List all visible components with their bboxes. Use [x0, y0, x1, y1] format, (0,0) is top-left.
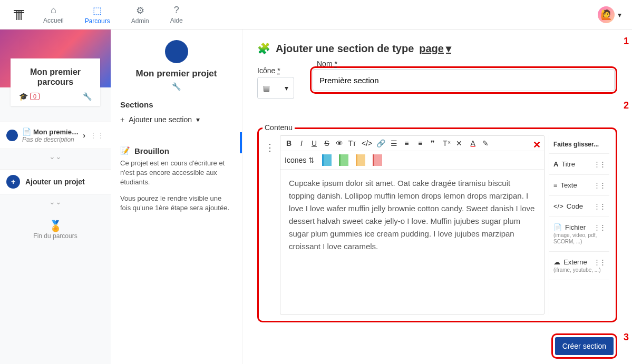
nav-admin[interactable]: ⚙ Admin [131, 5, 149, 25]
expand-down-icon[interactable]: ⌄⌄ [0, 149, 111, 164]
trophy-icon: 🏅 [0, 220, 111, 232]
count-badge: 0 [30, 93, 40, 100]
widget-fichier[interactable]: 📄Fichier ⋮⋮ (image, video, pdf, SCORM, .… [549, 217, 609, 252]
color-swatch-red[interactable] [373, 154, 382, 166]
parcours-card-footer: 🎓 0 🔧 [17, 92, 94, 101]
nav-items: ⌂ Accueil ⬚ Parcours ⚙ Admin ? Aide [43, 5, 183, 25]
eye-slash-icon[interactable]: 👁 [335, 139, 344, 147]
editor-remove-button[interactable]: ✕ [529, 137, 545, 153]
italic-button[interactable]: I [297, 139, 306, 147]
section-type-dropdown[interactable]: page ▾ [419, 42, 451, 55]
icones-label: Icones [285, 156, 306, 164]
icones-dropdown[interactable]: Icones ⇅ [285, 156, 315, 164]
home-icon: ⌂ [51, 5, 56, 16]
widgets-header: Faites glisser... [549, 135, 609, 154]
strike-button[interactable]: S [323, 139, 331, 147]
grip-icon: ⋮⋮ [594, 202, 605, 210]
header-prefix: Ajouter une section de type [276, 43, 414, 55]
widget-label: Externe [563, 258, 587, 266]
code-button[interactable]: </> [362, 139, 372, 147]
widget-label: Texte [561, 181, 577, 189]
user-menu[interactable]: 🙋 ▾ [598, 6, 621, 23]
editor-content[interactable]: Cupcake ipsum dolor sit amet. Oat cake d… [280, 170, 544, 314]
sidebar-parcours: Mon premier parcours 🎓 0 🔧 📄 Mon premier… [0, 29, 111, 364]
required-star: * [277, 66, 280, 75]
nav-label: Parcours [85, 17, 110, 25]
gears-icon: ⚙ [136, 5, 144, 16]
grip-icon: ⋮⋮ [594, 258, 605, 266]
app-logo[interactable] [11, 6, 27, 23]
nav-parcours[interactable]: ⬚ Parcours [85, 5, 110, 25]
plus-circle-icon: + [6, 175, 20, 189]
widget-label: Titre [561, 160, 575, 168]
grip-icon: ⋮⋮ [594, 181, 605, 189]
nav-label: Admin [131, 17, 149, 25]
align-button[interactable]: ≡ [416, 139, 424, 147]
question-icon: ? [174, 5, 179, 16]
expand-down-icon[interactable]: ⌄⌄ [0, 194, 111, 209]
project-settings-button[interactable]: 🔧 [120, 82, 232, 91]
caret-down-icon: ▾ [196, 115, 200, 124]
chevron-down-icon: ▾ [618, 11, 621, 19]
sections-heading: Sections [120, 100, 232, 109]
project-text: 📄 Mon premier pro... Pas de description [22, 127, 79, 143]
active-indicator [240, 132, 242, 153]
editor-toolbar: B I U S 👁 Tт </> 🔗 ☰ ≡ ≡ [280, 136, 544, 151]
widget-code[interactable]: </>Code ⋮⋮ [549, 196, 609, 217]
code-icon: </> [553, 202, 563, 210]
widget-titre[interactable]: ATitre ⋮⋮ [549, 154, 609, 175]
bold-button[interactable]: B [285, 139, 293, 147]
drag-grip-icon[interactable]: ⋮⋮ [90, 131, 104, 140]
brouillon-text-1: Ce projet est en cours d'écriture et n'e… [120, 159, 232, 188]
clear-format-button[interactable]: ✕ [455, 139, 463, 147]
text-icon: ≡ [553, 181, 558, 189]
logo-icon [12, 7, 26, 22]
nav-aide[interactable]: ? Aide [170, 5, 183, 25]
add-section-button[interactable]: + Ajouter une section ▾ [120, 113, 232, 131]
create-section-button[interactable]: Créer section [555, 337, 614, 355]
required-star: * [334, 60, 337, 68]
superscript-button[interactable]: Tˣ [442, 139, 451, 147]
nav-label: Accueil [43, 17, 64, 24]
content-highlight-box: ⋮ ✕ B I U S 👁 Tт </> 🔗 ☰ [257, 127, 617, 322]
topbar-left: ⌂ Accueil ⬚ Parcours ⚙ Admin ? Aide [11, 5, 183, 25]
caret-down-icon: ▾ [446, 42, 451, 55]
link-button[interactable]: 🔗 [376, 139, 385, 147]
color-swatch-blue[interactable] [322, 154, 332, 166]
icon-select[interactable]: ▤ ▾ [257, 77, 294, 99]
color-swatch-orange[interactable] [356, 154, 365, 166]
book-icon: ▤ [263, 84, 270, 92]
project-row[interactable]: 📄 Mon premier pro... Pas de description … [0, 122, 111, 149]
content-label: Contenu [262, 123, 295, 132]
list-ul-button[interactable]: ☰ [390, 139, 398, 147]
brouillon-text-2: Vous pourez le rendre visible une fois q… [120, 194, 232, 213]
font-size-button[interactable]: Tт [348, 139, 356, 147]
sort-icon: ⇅ [308, 156, 315, 164]
add-project-button[interactable]: + Ajouter un projet [0, 169, 111, 194]
rich-text-editor: ✕ B I U S 👁 Tт </> 🔗 ☰ ≡ [280, 135, 545, 314]
editor-drag-handle[interactable]: ⋮ [265, 135, 276, 314]
nav-accueil[interactable]: ⌂ Accueil [43, 5, 64, 25]
text-color-button[interactable]: A [469, 139, 477, 147]
annotation-3: 3 [624, 332, 629, 343]
widget-texte[interactable]: ≡Texte ⋮⋮ [549, 175, 609, 196]
add-section-label: Ajouter une section [129, 115, 192, 124]
topbar: ⌂ Accueil ⬚ Parcours ⚙ Admin ? Aide 🙋 ▾ [0, 0, 632, 29]
section-name-input[interactable] [313, 69, 615, 91]
underline-button[interactable]: U [310, 139, 318, 147]
caret-down-icon: ▾ [285, 84, 288, 92]
color-swatch-green[interactable] [339, 154, 348, 166]
project-large-dot-icon [165, 40, 188, 63]
highlight-button[interactable]: ✎ [481, 139, 490, 147]
icon-label-text: Icône [257, 66, 275, 75]
widget-externe[interactable]: ☁Externe ⋮⋮ (iframe, youtube, ...) [549, 252, 609, 280]
wrench-icon[interactable]: 🔧 [83, 92, 92, 101]
graduation-icon-wrap[interactable]: 🎓 0 [19, 92, 40, 101]
plus-icon: + [120, 115, 124, 124]
quote-button[interactable]: ❞ [429, 139, 437, 147]
widget-label: Code [567, 202, 583, 210]
add-project-label: Ajouter un projet [25, 178, 85, 186]
file-icon: 📄 [553, 223, 562, 231]
list-ol-button[interactable]: ≡ [402, 139, 411, 147]
project-sub: Pas de description [22, 136, 79, 143]
